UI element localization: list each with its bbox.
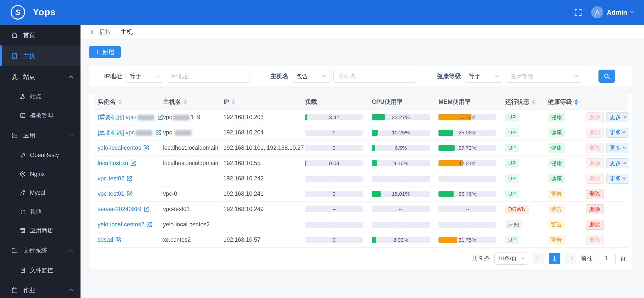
- sidebar-item-sites[interactable]: 站点: [0, 87, 80, 106]
- back-button[interactable]: 后退: [90, 28, 111, 36]
- edit-icon[interactable]: [143, 206, 150, 212]
- more-button[interactable]: 更多: [606, 174, 629, 184]
- cell-cpu: --: [368, 202, 435, 217]
- page-size-select[interactable]: 10条/页: [494, 253, 528, 265]
- user-menu[interactable]: A Admin: [591, 6, 633, 18]
- col-status[interactable]: 运行状态: [502, 94, 544, 110]
- instance-link[interactable]: [重要机器] vpc-: [98, 114, 155, 120]
- search-button[interactable]: [598, 70, 615, 83]
- filter-health-value-select[interactable]: 健康等级: [506, 70, 581, 83]
- cell-hostname: xc.centos2: [159, 232, 220, 247]
- sort-icon[interactable]: [575, 99, 578, 105]
- col-instance[interactable]: 实例名: [94, 94, 159, 110]
- instance-link[interactable]: localhost.xu: [98, 160, 128, 166]
- edit-icon[interactable]: [130, 160, 137, 166]
- filter-hostname-operator-select[interactable]: 包含: [292, 70, 330, 83]
- cell-mem: 27.72%: [435, 140, 502, 156]
- instance-link[interactable]: [重要机器] vpc: [98, 129, 153, 136]
- more-button[interactable]: 更多: [606, 112, 629, 122]
- delete-button[interactable]: 删除: [586, 174, 604, 184]
- cell-ip: 192.168.10.242: [220, 171, 302, 186]
- col-hostname[interactable]: 主机名: [159, 94, 220, 110]
- edit-icon[interactable]: [143, 144, 150, 151]
- cell-ip: 192.168.10.55: [220, 156, 302, 171]
- cell-instance: sdsad: [94, 232, 159, 247]
- sidebar-item-nginx[interactable]: Nginx: [0, 165, 80, 183]
- sidebar-group-sites[interactable]: 站点: [0, 66, 80, 87]
- prev-page-button[interactable]: [533, 253, 544, 264]
- delete-button[interactable]: 删除: [586, 235, 604, 245]
- more-button[interactable]: 更多: [606, 158, 629, 168]
- col-load: 负载: [302, 94, 368, 110]
- goto-page-input[interactable]: [597, 253, 616, 264]
- sidebar-group-jobs[interactable]: 作业: [0, 280, 80, 298]
- edit-icon[interactable]: [115, 236, 122, 243]
- filter-ip-input[interactable]: [167, 70, 250, 83]
- instance-link[interactable]: vpc-test01: [98, 190, 124, 197]
- col-ip[interactable]: IP: [220, 94, 302, 110]
- delete-button[interactable]: 删除: [586, 204, 604, 214]
- delete-button[interactable]: 删除: [586, 158, 604, 168]
- load-bar: 0: [305, 237, 363, 243]
- cell-health: 警告: [544, 217, 582, 232]
- filter-ip-operator-select[interactable]: 等于: [126, 70, 163, 83]
- table-row: sdsad xc.centos2 192.168.10.57 0 8.03% 3…: [94, 232, 628, 247]
- edit-icon[interactable]: [126, 175, 133, 182]
- sort-icon[interactable]: [532, 99, 535, 105]
- sidebar-item-other[interactable]: 其他: [0, 202, 80, 221]
- sidebar-item-template-management[interactable]: 模板管理: [0, 106, 80, 125]
- total-count: 共 9 条: [472, 255, 490, 262]
- cell-mem: --: [435, 202, 502, 217]
- edit-icon[interactable]: [155, 129, 162, 136]
- instance-link[interactable]: vpc-test02: [98, 175, 124, 182]
- cell-load: 0.03: [302, 156, 368, 171]
- fullscreen-icon[interactable]: [574, 8, 583, 17]
- cell-load: 0: [302, 232, 368, 247]
- sidebar-item-app-store[interactable]: 应用商店: [0, 221, 80, 240]
- filter-health-operator-select[interactable]: 等于: [465, 70, 502, 83]
- sidebar-item-home[interactable]: 首页: [0, 25, 80, 45]
- sort-icon[interactable]: [232, 99, 235, 105]
- instance-link[interactable]: yelo-local-centos: [98, 144, 141, 151]
- load-value: --: [305, 222, 363, 228]
- cell-health: 健康: [544, 171, 582, 186]
- edit-icon[interactable]: [146, 221, 153, 228]
- more-button[interactable]: 更多: [606, 128, 629, 138]
- sidebar-item-label: 文件监控: [30, 266, 53, 274]
- col-health[interactable]: 健康等级: [544, 94, 582, 110]
- sidebar-item-mysql[interactable]: Mysql: [0, 183, 80, 202]
- filter-hostname-input[interactable]: [333, 70, 416, 83]
- next-page-button[interactable]: [565, 253, 576, 264]
- sort-icon[interactable]: [118, 99, 122, 105]
- delete-button[interactable]: 删除: [586, 143, 604, 153]
- delete-button[interactable]: 删除: [586, 189, 604, 199]
- load-bar: 0: [305, 145, 363, 151]
- chevron-down-icon: [495, 73, 499, 77]
- add-button[interactable]: 新增: [89, 46, 121, 58]
- cpu-value: --: [372, 206, 430, 212]
- filter-ip-operator-value: 等于: [130, 72, 141, 80]
- instance-link[interactable]: sdsad: [98, 236, 113, 243]
- edit-icon[interactable]: [126, 190, 133, 197]
- sidebar-group-filesystem[interactable]: 文件系统: [0, 240, 80, 261]
- cpu-bar: 23.27%: [372, 114, 430, 120]
- add-button-label: 新增: [102, 48, 114, 56]
- health-badge: 警告: [548, 220, 565, 229]
- more-button[interactable]: 更多: [606, 143, 629, 153]
- edit-icon[interactable]: [157, 114, 164, 120]
- sidebar-item-hosts[interactable]: 主机: [0, 45, 80, 66]
- table-row: [重要机器] vpc vpc- 192.168.10.204 0 10.25% …: [94, 125, 628, 140]
- sidebar-group-apps[interactable]: 应用: [0, 125, 80, 146]
- mem-value: --: [438, 176, 496, 182]
- delete-button[interactable]: 删除: [586, 128, 604, 138]
- sidebar-item-file-monitor[interactable]: 文件监控: [0, 261, 80, 280]
- delete-button[interactable]: 删除: [586, 112, 604, 122]
- delete-button[interactable]: 删除: [586, 220, 604, 230]
- instance-link[interactable]: yelo-local-centos2: [98, 221, 144, 228]
- current-page[interactable]: 1: [549, 253, 560, 264]
- sort-icon[interactable]: [184, 99, 187, 105]
- instance-link[interactable]: server-20240919: [98, 206, 141, 212]
- instance-name: [重要机器] vpc: [98, 129, 135, 136]
- mysql-icon: [20, 190, 26, 196]
- sidebar-item-openresty[interactable]: OpenResty: [0, 146, 80, 165]
